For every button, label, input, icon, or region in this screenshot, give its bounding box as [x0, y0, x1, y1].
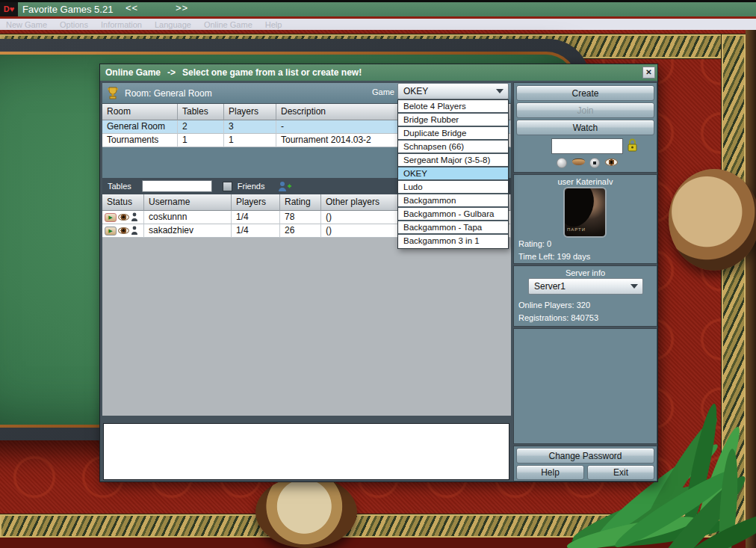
window-title: Favorite Games 5.21	[22, 4, 113, 15]
room-name-label: Room: General Room	[125, 88, 212, 99]
watch-table-icon[interactable]	[118, 214, 129, 221]
game-option-selected[interactable]: OKEY	[398, 167, 508, 181]
server-select[interactable]: Server1	[528, 278, 643, 295]
registrations-label: Registrations: 840753	[518, 313, 598, 322]
game-label: Game	[354, 87, 394, 96]
dialog-title: Online Game	[105, 67, 161, 78]
server-info-panel: Server info Server1 Online Players: 320 …	[513, 265, 657, 327]
players-col-players: Players	[232, 194, 280, 211]
table-row-players[interactable]: 1/4	[232, 211, 280, 224]
user-info-panel: user KaterinaIv ПАРТИ Rating: 0 Time Lef…	[513, 174, 657, 264]
add-friend-icon[interactable]	[278, 181, 292, 192]
trophy-icon	[107, 87, 119, 99]
side-table	[669, 169, 756, 271]
menu-bar: New Game Options Information Language On…	[0, 19, 756, 30]
table-password-input[interactable]	[551, 138, 623, 154]
nav-back-button[interactable]: <<	[126, 2, 138, 13]
watch-button[interactable]: Watch	[516, 120, 654, 135]
game-option[interactable]: Belote 4 Players	[398, 100, 508, 114]
right-empty-panel	[513, 328, 657, 444]
table-row-rating[interactable]: 26	[280, 224, 321, 238]
menu-options[interactable]: Options	[60, 20, 88, 29]
game-option[interactable]: Schnapsen (66)	[398, 141, 508, 154]
app-window: D♥ Favorite Games 5.21 << >> New Game Op…	[0, 0, 756, 548]
rooms-col-players: Players	[224, 104, 276, 120]
user-avatar: ПАРТИ	[563, 187, 607, 238]
game-option[interactable]: Backgammon 3 in 1	[398, 235, 508, 248]
dialog-title-arrow: ->	[167, 67, 176, 78]
menu-information[interactable]: Information	[101, 20, 142, 29]
table-row-rating[interactable]: 78	[280, 211, 321, 224]
close-icon[interactable]: ✕	[642, 67, 655, 78]
rooms-col-room: Room	[102, 104, 178, 120]
server-select-value: Server1	[529, 281, 630, 292]
user-rating-label: Rating: 0	[518, 239, 551, 248]
dialog-titlebar: Online Game -> Select one game from a li…	[100, 64, 657, 81]
tables-search-input[interactable]	[142, 180, 212, 192]
room-row-cell[interactable]: 2	[178, 120, 224, 134]
menu-online-game[interactable]: Online Game	[204, 20, 252, 29]
table-row-status: ▶	[102, 211, 144, 224]
room-row-cell[interactable]: 1	[178, 134, 224, 147]
player-info-icon[interactable]	[131, 226, 138, 235]
footer-buttons-panel: Change Password Help Exit	[513, 446, 657, 481]
nav-forward-button[interactable]: >>	[176, 2, 188, 13]
online-players-label: Online Players: 320	[518, 301, 590, 310]
avatar-hair-shape	[563, 187, 599, 231]
hide-watchers-radio[interactable]	[557, 158, 567, 168]
chevron-down-icon	[496, 89, 504, 93]
change-password-button[interactable]: Change Password	[516, 448, 654, 464]
tables-list-empty-area	[102, 238, 511, 416]
user-name-label: user KaterinaIv	[514, 177, 657, 186]
dialog-subtitle: Select one game from a list or create ne…	[182, 67, 362, 78]
players-col-status: Status	[102, 194, 144, 211]
chevron-down-icon	[630, 284, 638, 289]
allow-watchers-radio[interactable]	[589, 158, 600, 168]
exit-button[interactable]: Exit	[587, 465, 654, 480]
join-table-icon[interactable]: ▶	[105, 213, 117, 222]
game-option[interactable]: Duplicate Bridge	[398, 127, 508, 141]
join-table-icon[interactable]: ▶	[105, 227, 117, 235]
avatar-caption: ПАРТИ	[567, 227, 586, 232]
server-info-title: Server info	[514, 268, 657, 277]
table-row-players[interactable]: 1/4	[232, 224, 280, 238]
game-option[interactable]: Backgammon - Gulbara	[398, 208, 508, 221]
game-option[interactable]: Ludo	[398, 181, 508, 194]
menu-language[interactable]: Language	[155, 20, 191, 29]
menu-help[interactable]: Help	[265, 20, 282, 29]
players-col-username: Username	[144, 194, 232, 211]
friends-label: Friends	[238, 182, 265, 191]
game-dropdown-list: Belote 4 Players Bridge Rubber Duplicate…	[397, 99, 509, 249]
app-logo-icon: D♥	[0, 2, 18, 16]
window-titlebar: D♥ Favorite Games 5.21 << >>	[0, 0, 756, 16]
menu-new-game[interactable]: New Game	[6, 20, 47, 29]
game-select[interactable]: OKEY	[397, 83, 509, 99]
table-row-status: ▶	[102, 224, 144, 238]
create-button[interactable]: Create	[516, 85, 654, 101]
player-info-icon[interactable]	[131, 212, 138, 222]
chat-message-box	[103, 423, 509, 480]
join-button[interactable]: Join	[516, 102, 654, 118]
stool	[255, 476, 357, 548]
closed-eye-icon	[572, 158, 585, 165]
room-row-cell[interactable]: Tournaments	[102, 134, 178, 147]
room-row-cell[interactable]: General Room	[102, 120, 178, 134]
tables-label: Tables	[108, 182, 131, 191]
rooms-col-tables: Tables	[178, 104, 224, 120]
table-row-username[interactable]: sakadzhiev	[144, 224, 232, 238]
actions-panel: Create Join Watch	[513, 82, 657, 173]
help-button[interactable]: Help	[516, 465, 584, 480]
user-timeleft-label: Time Left: 199 days	[518, 252, 590, 261]
table-row-username[interactable]: coskunnn	[144, 211, 232, 224]
players-col-rating: Rating	[280, 194, 321, 211]
game-option[interactable]: Backgammon - Tapa	[398, 221, 508, 235]
room-row-cell[interactable]: 3	[224, 120, 276, 134]
room-row-cell[interactable]: 1	[224, 134, 276, 147]
game-option[interactable]: Backgammon	[398, 194, 508, 208]
watch-table-icon[interactable]	[118, 227, 129, 234]
friends-checkbox[interactable]	[223, 182, 232, 191]
online-game-dialog: Online Game -> Select one game from a li…	[99, 64, 658, 482]
open-eye-icon	[605, 158, 618, 166]
game-option[interactable]: Sergeant Major (3-5-8)	[398, 154, 508, 167]
game-option[interactable]: Bridge Rubber	[398, 114, 508, 127]
